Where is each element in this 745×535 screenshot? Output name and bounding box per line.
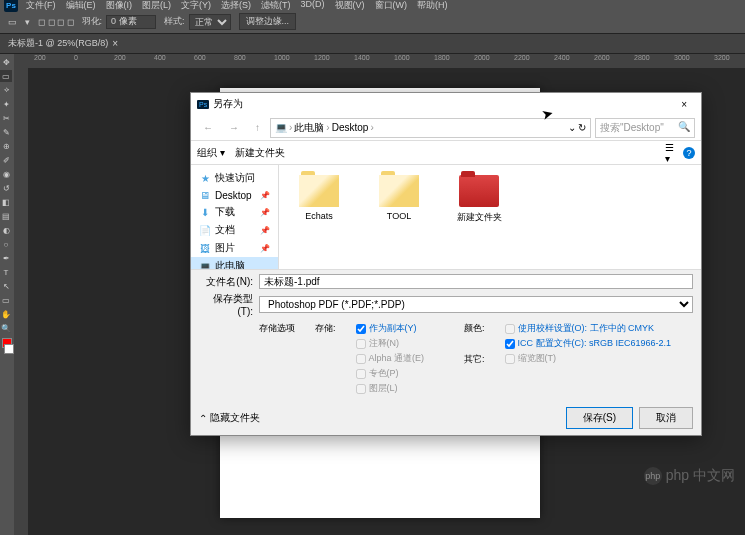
- move-tool[interactable]: ✥: [0, 56, 12, 68]
- view-mode-icon[interactable]: ☰ ▾: [665, 146, 679, 160]
- lasso-tool[interactable]: ⟡: [0, 84, 12, 96]
- sidebar-item-desktop[interactable]: 🖥Desktop📌: [191, 187, 278, 203]
- heal-tool[interactable]: ⊕: [0, 140, 12, 152]
- crop-tool[interactable]: ✂: [0, 112, 12, 124]
- close-icon[interactable]: ×: [673, 97, 695, 112]
- menu-select[interactable]: 选择(S): [221, 0, 251, 12]
- desktop-icon: 🖥: [199, 189, 211, 201]
- file-name: Echats: [305, 211, 333, 221]
- eyedropper-tool[interactable]: ✎: [0, 126, 12, 138]
- pin-icon: 📌: [260, 244, 270, 253]
- save-section-label: 存储:: [315, 322, 336, 335]
- color-section-label: 颜色:: [464, 322, 485, 335]
- path-segment[interactable]: 此电脑: [294, 121, 324, 135]
- feather-label: 羽化:: [82, 15, 103, 28]
- chevron-up-icon: ⌃: [199, 413, 207, 424]
- search-input[interactable]: 搜索"Desktop" 🔍: [595, 118, 695, 138]
- menu-layer[interactable]: 图层(L): [142, 0, 171, 12]
- alpha-checkbox: Alpha 通道(E): [356, 352, 425, 365]
- ruler-horizontal: 200 0 200 400 600 800 1000 1200 1400 160…: [14, 54, 745, 68]
- pc-icon: 💻: [275, 122, 287, 133]
- menu-edit[interactable]: 编辑(E): [66, 0, 96, 12]
- hand-tool[interactable]: ✋: [0, 308, 12, 320]
- refresh-icon[interactable]: ↻: [578, 122, 586, 133]
- nav-up-icon[interactable]: ↑: [249, 120, 266, 135]
- brush-tool[interactable]: ✐: [0, 154, 12, 166]
- style-select[interactable]: 正常: [189, 14, 231, 30]
- menu-filter[interactable]: 滤镜(T): [261, 0, 291, 12]
- file-list[interactable]: Echats TOOL 新建文件夹: [279, 165, 701, 269]
- main-menu: 文件(F) 编辑(E) 图像(I) 图层(L) 文字(Y) 选择(S) 滤镜(T…: [26, 0, 448, 12]
- stamp-tool[interactable]: ◉: [0, 168, 12, 180]
- notes-checkbox: 注释(N): [356, 337, 425, 350]
- menu-type[interactable]: 文字(Y): [181, 0, 211, 12]
- document-tab[interactable]: 未标题-1 @ 25%(RGB/8) ×: [0, 35, 126, 52]
- breadcrumb[interactable]: 💻 › 此电脑 › Desktop › ⌄ ↻: [270, 118, 591, 138]
- new-folder-button[interactable]: 新建文件夹: [235, 146, 285, 160]
- selection-mode-icons[interactable]: ◻ ◻ ◻ ◻: [38, 17, 74, 27]
- file-name: TOOL: [387, 211, 411, 221]
- folder-item[interactable]: 新建文件夹: [449, 175, 509, 224]
- wand-tool[interactable]: ✦: [0, 98, 12, 110]
- eraser-tool[interactable]: ◧: [0, 196, 12, 208]
- dodge-tool[interactable]: ○: [0, 238, 12, 250]
- filename-input[interactable]: [259, 274, 693, 289]
- folder-item[interactable]: Echats: [289, 175, 349, 221]
- sidebar-item-quickaccess[interactable]: ★快速访问: [191, 169, 278, 187]
- filetype-select[interactable]: Photoshop PDF (*.PDF;*.PDP): [259, 296, 693, 313]
- organize-button[interactable]: 组织 ▾: [197, 146, 225, 160]
- marquee-tool[interactable]: ▭: [0, 70, 12, 82]
- dialog-title: 另存为: [213, 97, 243, 111]
- cancel-button[interactable]: 取消: [639, 407, 693, 429]
- blur-tool[interactable]: ◐: [0, 224, 12, 236]
- ps-logo-icon: Ps: [4, 0, 18, 12]
- sidebar-item-pictures[interactable]: 🖼图片📌: [191, 239, 278, 257]
- menu-3d[interactable]: 3D(D): [301, 0, 325, 12]
- other-section-label: 其它:: [464, 353, 485, 366]
- background-color[interactable]: [4, 344, 14, 354]
- folder-icon: [379, 175, 419, 207]
- pin-icon: 📌: [260, 191, 270, 200]
- help-icon[interactable]: ?: [683, 147, 695, 159]
- menu-file[interactable]: 文件(F): [26, 0, 56, 12]
- menu-view[interactable]: 视图(V): [335, 0, 365, 12]
- folder-item[interactable]: TOOL: [369, 175, 429, 221]
- search-icon: 🔍: [678, 121, 690, 132]
- save-button[interactable]: 保存(S): [566, 407, 633, 429]
- menu-help[interactable]: 帮助(H): [417, 0, 448, 12]
- adjust-edge-button[interactable]: 调整边缘...: [239, 13, 297, 30]
- path-tool[interactable]: ↖: [0, 280, 12, 292]
- hide-folders-toggle[interactable]: ⌃ 隐藏文件夹: [199, 411, 260, 425]
- menu-image[interactable]: 图像(I): [106, 0, 133, 12]
- ps-dialog-icon: Ps: [197, 100, 209, 109]
- close-icon[interactable]: ×: [112, 38, 118, 49]
- type-tool[interactable]: T: [0, 266, 12, 278]
- chevron-down-icon[interactable]: ⌄: [568, 122, 576, 133]
- gradient-tool[interactable]: ▤: [0, 210, 12, 222]
- sidebar-item-documents[interactable]: 📄文档📌: [191, 221, 278, 239]
- file-name: 新建文件夹: [457, 211, 502, 224]
- picture-icon: 🖼: [199, 242, 211, 254]
- sidebar-item-downloads[interactable]: ⬇下载📌: [191, 203, 278, 221]
- ruler-vertical: [14, 68, 28, 535]
- options-bar: ▭ ▾ ◻ ◻ ◻ ◻ 羽化: 样式: 正常 调整边缘...: [0, 10, 745, 34]
- icc-checkbox[interactable]: ICC 配置文件(C): sRGB IEC61966-2.1: [505, 337, 672, 350]
- path-segment[interactable]: Desktop: [332, 122, 369, 133]
- save-options-label: 存储选项: [259, 322, 295, 335]
- zoom-tool[interactable]: 🔍: [0, 322, 12, 334]
- folder-sidebar: ★快速访问 🖥Desktop📌 ⬇下载📌 📄文档📌 🖼图片📌 💻此电脑 🌐网络: [191, 165, 279, 269]
- feather-input[interactable]: [106, 15, 156, 29]
- pen-tool[interactable]: ✒: [0, 252, 12, 264]
- marquee-tool-icon[interactable]: ▭: [8, 17, 17, 27]
- as-copy-checkbox[interactable]: 作为副本(Y): [356, 322, 425, 335]
- nav-back-icon[interactable]: ←: [197, 120, 219, 135]
- menu-window[interactable]: 窗口(W): [375, 0, 408, 12]
- shape-tool[interactable]: ▭: [0, 294, 12, 306]
- layers-checkbox: 图层(L): [356, 382, 425, 395]
- folder-icon: [299, 175, 339, 207]
- nav-forward-icon[interactable]: →: [223, 120, 245, 135]
- spot-checkbox: 专色(P): [356, 367, 425, 380]
- sidebar-item-thispc[interactable]: 💻此电脑: [191, 257, 278, 269]
- history-brush-tool[interactable]: ↺: [0, 182, 12, 194]
- tool-panel: ✥ ▭ ⟡ ✦ ✂ ✎ ⊕ ✐ ◉ ↺ ◧ ▤ ◐ ○ ✒ T ↖ ▭ ✋ 🔍: [0, 54, 14, 535]
